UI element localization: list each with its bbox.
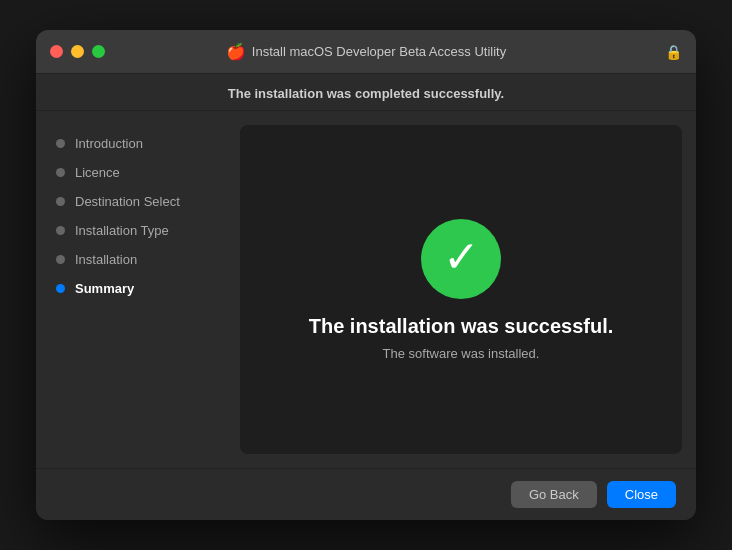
maximize-button[interactable] (92, 45, 105, 58)
close-button[interactable] (50, 45, 63, 58)
sidebar-label-destination-select: Destination Select (75, 194, 180, 209)
success-circle: ✓ (421, 219, 501, 299)
sidebar-label-installation: Installation (75, 252, 137, 267)
sidebar-dot-licence (56, 168, 65, 177)
titlebar-title: 🍎 Install macOS Developer Beta Access Ut… (226, 42, 506, 61)
sidebar-dot-installation-type (56, 226, 65, 235)
subtitle-bar: The installation was completed successfu… (36, 74, 696, 111)
main-content: Introduction Licence Destination Select … (36, 111, 696, 468)
window-title: Install macOS Developer Beta Access Util… (252, 44, 506, 59)
sidebar-item-licence[interactable]: Licence (36, 160, 236, 185)
close-button-footer[interactable]: Close (607, 481, 676, 508)
footer: Go Back Close (36, 468, 696, 520)
titlebar: 🍎 Install macOS Developer Beta Access Ut… (36, 30, 696, 74)
sidebar: Introduction Licence Destination Select … (36, 111, 236, 468)
sidebar-dot-introduction (56, 139, 65, 148)
installer-window: 🍎 Install macOS Developer Beta Access Ut… (36, 30, 696, 520)
app-icon: 🍎 (226, 42, 246, 61)
sidebar-dot-summary (56, 284, 65, 293)
success-subtitle: The software was installed. (383, 346, 540, 361)
sidebar-item-installation[interactable]: Installation (36, 247, 236, 272)
lock-icon: 🔒 (665, 44, 682, 60)
sidebar-item-introduction[interactable]: Introduction (36, 131, 236, 156)
sidebar-label-summary: Summary (75, 281, 134, 296)
subtitle-text: The installation was completed successfu… (228, 86, 504, 101)
sidebar-label-licence: Licence (75, 165, 120, 180)
sidebar-item-installation-type[interactable]: Installation Type (36, 218, 236, 243)
success-title: The installation was successful. (309, 315, 614, 338)
sidebar-label-installation-type: Installation Type (75, 223, 169, 238)
minimize-button[interactable] (71, 45, 84, 58)
sidebar-label-introduction: Introduction (75, 136, 143, 151)
sidebar-dot-installation (56, 255, 65, 264)
checkmark-icon: ✓ (443, 235, 480, 279)
sidebar-item-destination-select[interactable]: Destination Select (36, 189, 236, 214)
sidebar-dot-destination-select (56, 197, 65, 206)
traffic-lights (50, 45, 105, 58)
sidebar-item-summary[interactable]: Summary (36, 276, 236, 301)
content-panel: ✓ The installation was successful. The s… (240, 125, 682, 454)
go-back-button[interactable]: Go Back (511, 481, 597, 508)
